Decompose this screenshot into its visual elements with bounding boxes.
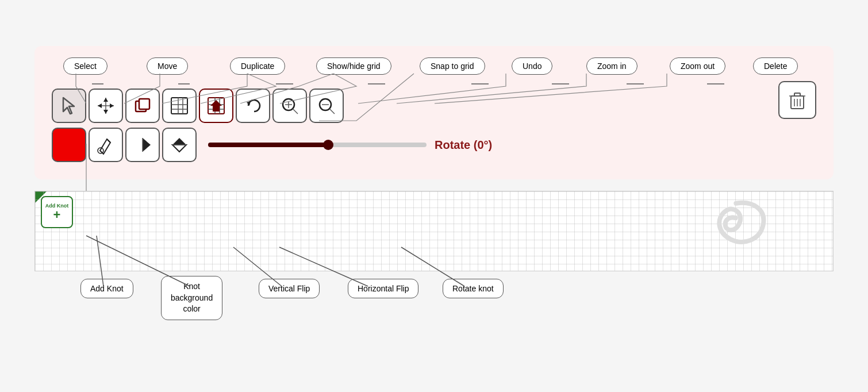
add-knot-bottom-label: Add Knot <box>80 279 133 298</box>
zoom-out-icon <box>316 95 337 116</box>
flip-v-btn[interactable] <box>162 128 197 162</box>
delete-label: Delete <box>753 57 798 75</box>
svg-marker-9 <box>63 98 74 114</box>
svg-marker-29 <box>210 100 222 106</box>
duplicate-icon <box>132 95 153 116</box>
undo-label: Undo <box>512 57 552 75</box>
select-label: Select <box>63 57 107 75</box>
delete-btn[interactable] <box>778 81 816 119</box>
zoom-in-label: Zoom in <box>586 57 637 75</box>
svg-marker-41 <box>172 138 186 145</box>
svg-rect-28 <box>213 106 220 112</box>
zoom-out-label: Zoom out <box>670 57 725 75</box>
select-icon <box>59 95 79 116</box>
horizontal-flip-label: Horizontal Flip <box>348 279 418 298</box>
select-btn[interactable] <box>52 89 86 123</box>
svg-marker-15 <box>110 103 114 108</box>
show-grid-icon <box>169 95 190 116</box>
rotate-label: Rotate (0°) <box>435 139 492 152</box>
zoom-out-btn[interactable] <box>309 89 344 123</box>
bottom-connectors <box>34 276 834 328</box>
hide-grid-icon <box>206 95 226 116</box>
vertical-flip-label: Vertical Flip <box>259 279 320 298</box>
add-knot-plus: + <box>53 209 61 221</box>
svg-marker-39 <box>143 138 151 152</box>
show-hide-grid-label: Show/hide grid <box>316 57 391 75</box>
flip-h-icon <box>132 134 153 155</box>
svg-marker-42 <box>172 145 186 152</box>
flip-h-btn[interactable] <box>125 128 160 162</box>
rotate-slider[interactable] <box>208 143 427 147</box>
fill-icon <box>95 134 116 155</box>
duplicate-btn[interactable] <box>125 89 160 123</box>
color-swatch-btn[interactable] <box>52 128 86 162</box>
toolbar-area: Select Move Duplicate Show/hide grid Sna… <box>34 46 834 179</box>
zoom-in-btn[interactable] <box>272 89 307 123</box>
undo-btn[interactable] <box>236 89 270 123</box>
svg-line-37 <box>330 109 335 114</box>
svg-marker-13 <box>103 110 108 114</box>
move-icon <box>95 95 116 116</box>
canvas-area: Add Knot + <box>34 191 834 271</box>
add-knot-canvas-btn[interactable]: Add Knot + <box>41 196 73 228</box>
svg-rect-46 <box>794 93 800 96</box>
trash-icon <box>786 89 808 111</box>
knot-watermark <box>701 191 781 271</box>
move-btn[interactable] <box>89 89 123 123</box>
zoom-in-icon <box>279 95 300 116</box>
undo-icon <box>243 95 263 116</box>
svg-line-34 <box>293 109 298 114</box>
svg-marker-14 <box>98 103 102 108</box>
rotate-knot-label: Rotate knot <box>443 279 504 298</box>
move-label: Move <box>147 57 188 75</box>
fill-btn[interactable] <box>89 128 123 162</box>
svg-rect-17 <box>139 99 149 109</box>
hide-grid-btn[interactable] <box>199 89 233 123</box>
flip-v-icon <box>169 134 190 155</box>
svg-marker-12 <box>103 98 108 102</box>
svg-rect-18 <box>171 98 187 114</box>
duplicate-label: Duplicate <box>230 57 285 75</box>
snap-to-grid-label: Snap to grid <box>420 57 485 75</box>
show-grid-btn[interactable] <box>162 89 197 123</box>
knot-bg-color-label: Knotbackgroundcolor <box>161 276 222 320</box>
